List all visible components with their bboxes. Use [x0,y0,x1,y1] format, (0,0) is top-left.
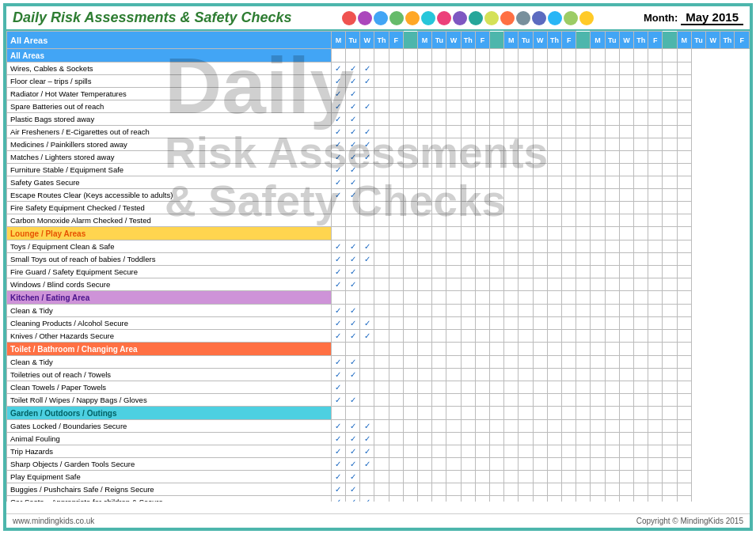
check-cell[interactable] [591,138,605,151]
check-cell[interactable] [432,445,446,458]
check-cell[interactable] [576,496,591,502]
check-cell[interactable] [446,433,461,445]
check-cell[interactable] [648,343,663,356]
check-cell[interactable] [389,49,403,62]
check-cell[interactable] [490,100,504,113]
check-cell[interactable] [519,305,533,317]
check-cell[interactable] [461,278,475,291]
check-cell[interactable] [605,164,619,176]
check-cell[interactable] [634,407,648,420]
check-cell[interactable] [403,330,417,343]
check-cell[interactable] [403,240,417,253]
check-cell[interactable] [562,75,576,88]
check-cell[interactable] [446,75,461,88]
check-cell[interactable] [403,394,417,407]
check-cell[interactable]: ✓ [346,266,360,278]
check-cell[interactable] [461,240,475,253]
check-cell[interactable] [605,88,619,100]
check-cell[interactable] [418,278,432,291]
check-cell[interactable] [403,278,417,291]
check-cell[interactable] [461,483,475,496]
check-cell[interactable] [374,496,389,502]
check-cell[interactable] [547,100,561,113]
check-cell[interactable] [490,75,504,88]
check-cell[interactable] [547,138,561,151]
check-cell[interactable] [547,496,561,502]
check-cell[interactable] [634,214,648,227]
check-cell[interactable] [490,420,504,433]
check-cell[interactable] [374,164,389,176]
check-cell[interactable] [619,202,633,214]
check-cell[interactable] [605,343,619,356]
check-cell[interactable] [389,445,403,458]
check-cell[interactable]: ✓ [331,176,345,189]
check-cell[interactable] [519,483,533,496]
check-cell[interactable] [677,407,691,420]
check-cell[interactable] [605,458,619,471]
check-cell[interactable] [519,176,533,189]
check-cell[interactable] [504,343,519,356]
check-cell[interactable] [389,189,403,202]
check-cell[interactable] [648,305,663,317]
check-cell[interactable] [490,214,504,227]
check-cell[interactable] [519,369,533,381]
check-cell[interactable] [403,113,417,126]
check-cell[interactable] [504,202,519,214]
check-cell[interactable] [519,317,533,330]
check-cell[interactable] [677,49,691,62]
check-cell[interactable] [461,100,475,113]
check-cell[interactable] [576,483,591,496]
check-cell[interactable] [677,240,691,253]
check-cell[interactable] [490,343,504,356]
check-cell[interactable] [360,471,374,483]
check-cell[interactable] [648,420,663,433]
check-cell[interactable]: ✓ [331,164,345,176]
check-cell[interactable] [576,62,591,75]
check-cell[interactable] [374,407,389,420]
check-cell[interactable] [519,433,533,445]
check-cell[interactable] [475,305,489,317]
check-cell[interactable] [461,113,475,126]
check-cell[interactable] [634,88,648,100]
check-cell[interactable] [490,458,504,471]
check-cell[interactable] [562,100,576,113]
check-cell[interactable] [519,88,533,100]
check-cell[interactable] [374,214,389,227]
check-cell[interactable] [547,113,561,126]
check-cell[interactable] [490,113,504,126]
check-cell[interactable] [619,151,633,164]
check-cell[interactable]: ✓ [331,88,345,100]
check-cell[interactable] [418,113,432,126]
check-cell[interactable] [591,88,605,100]
check-cell[interactable] [648,227,663,240]
check-cell[interactable] [677,189,691,202]
check-cell[interactable]: ✓ [346,433,360,445]
check-cell[interactable] [374,100,389,113]
check-cell[interactable] [475,356,489,369]
check-cell[interactable] [533,266,547,278]
check-cell[interactable] [519,266,533,278]
check-cell[interactable] [533,176,547,189]
check-cell[interactable] [562,343,576,356]
check-cell[interactable] [418,343,432,356]
check-cell[interactable] [663,394,677,407]
check-cell[interactable] [446,343,461,356]
check-cell[interactable] [619,227,633,240]
check-cell[interactable] [475,49,489,62]
check-cell[interactable]: ✓ [360,138,374,151]
check-cell[interactable] [490,330,504,343]
check-cell[interactable] [619,49,633,62]
check-cell[interactable] [663,138,677,151]
check-cell[interactable] [634,138,648,151]
check-cell[interactable] [461,394,475,407]
check-cell[interactable] [446,407,461,420]
check-cell[interactable] [403,433,417,445]
check-cell[interactable] [461,49,475,62]
check-cell[interactable] [519,471,533,483]
check-cell[interactable] [346,291,360,305]
check-cell[interactable] [374,381,389,394]
check-cell[interactable] [432,407,446,420]
check-cell[interactable] [446,88,461,100]
check-cell[interactable] [663,202,677,214]
check-cell[interactable] [418,394,432,407]
